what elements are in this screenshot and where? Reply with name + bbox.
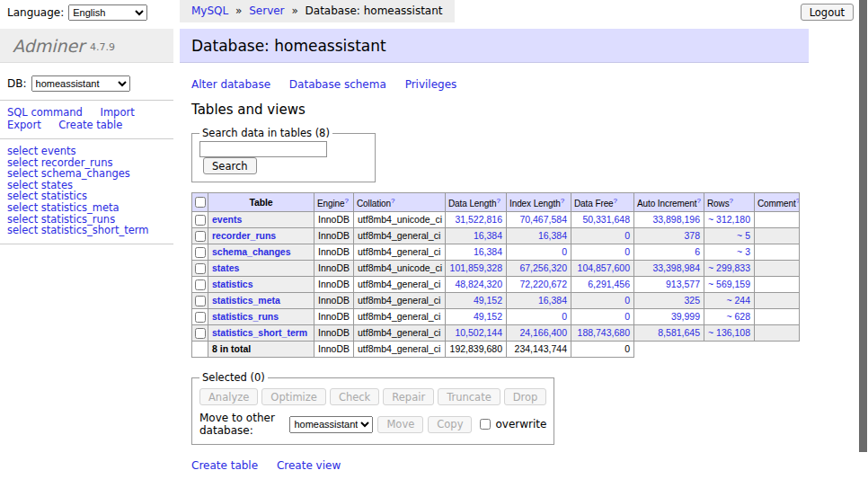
data-length-cell-link[interactable]: 16,384 xyxy=(474,246,502,257)
row-checkbox[interactable] xyxy=(195,312,206,323)
table-name-link[interactable]: events xyxy=(212,214,242,225)
rows-cell-link[interactable]: ~ 628 xyxy=(726,311,750,322)
optimize-button[interactable]: Optimize xyxy=(261,388,326,405)
data-free-cell-link[interactable]: 0 xyxy=(624,295,630,306)
data-free-cell-link[interactable]: 50,331,648 xyxy=(582,214,630,225)
import-link[interactable]: Import xyxy=(100,106,134,119)
table-name-link[interactable]: statistics xyxy=(212,279,253,289)
rows-cell-link[interactable]: ~ 244 xyxy=(726,295,750,306)
row-checkbox[interactable] xyxy=(195,328,206,339)
auto-increment-cell-link[interactable]: 913,577 xyxy=(666,279,700,289)
rows-cell-link[interactable]: ~ 312,180 xyxy=(708,214,750,225)
data-free-cell-link[interactable]: 0 xyxy=(624,230,630,241)
auto-increment-cell-link[interactable]: 6 xyxy=(695,246,700,257)
data-length-cell-link[interactable]: 49,152 xyxy=(474,295,502,306)
app-logo-link[interactable]: Adminer xyxy=(13,36,84,56)
data-length-cell-link[interactable]: 16,384 xyxy=(474,230,502,241)
row-checkbox-cell xyxy=(192,228,208,244)
truncate-button[interactable]: Truncate xyxy=(438,388,500,405)
create-table-link-bottom[interactable]: Create table xyxy=(191,459,258,472)
move-button[interactable]: Move xyxy=(377,416,423,433)
row-checkbox[interactable] xyxy=(195,296,206,306)
auto-increment-cell-link[interactable]: 33,898,196 xyxy=(652,214,700,225)
db-select[interactable]: homeassistant xyxy=(31,75,130,92)
row-checkbox[interactable] xyxy=(195,231,206,242)
doc-help-link[interactable]: ? xyxy=(730,197,733,205)
doc-help-link[interactable]: ? xyxy=(561,197,564,205)
table-name-link[interactable]: statistics_meta xyxy=(212,295,280,306)
table-name-link[interactable]: states xyxy=(212,262,239,273)
breadcrumb-mysql-link[interactable]: MySQL xyxy=(191,4,228,17)
doc-help-link[interactable]: ? xyxy=(796,197,800,205)
index-length-cell-link[interactable]: 72,220,672 xyxy=(519,279,567,289)
data-length-cell-link[interactable]: 31,522,816 xyxy=(455,214,502,225)
search-button[interactable]: Search xyxy=(203,157,257,174)
rows-cell-link[interactable]: ~ 569,159 xyxy=(708,279,750,289)
logout-button[interactable]: Logout xyxy=(801,4,854,21)
row-checkbox[interactable] xyxy=(195,263,206,274)
doc-help-link[interactable]: ? xyxy=(391,197,394,205)
doc-help-link[interactable]: ? xyxy=(614,197,617,205)
doc-help-link[interactable]: ? xyxy=(345,197,349,205)
data-free-cell-link[interactable]: 104,857,600 xyxy=(578,262,630,273)
index-length-cell-link[interactable]: 24,166,400 xyxy=(519,327,567,338)
sidebar-table-link[interactable]: select statistics_short_term xyxy=(7,225,148,236)
rows-cell-link[interactable]: ~ 5 xyxy=(737,230,750,241)
move-db-select[interactable]: homeassistant xyxy=(289,416,373,433)
row-checkbox[interactable] xyxy=(195,279,206,290)
create-table-link[interactable]: Create table xyxy=(58,119,122,131)
table-name-link[interactable]: schema_changes xyxy=(212,246,291,257)
data-length-cell-link[interactable]: 48,824,320 xyxy=(455,279,502,289)
doc-help-link[interactable]: ? xyxy=(496,197,500,205)
sidebar-table-link[interactable]: select schema_changes xyxy=(7,168,130,180)
doc-help-link[interactable]: ? xyxy=(696,197,700,205)
data-length-cell-link[interactable]: 101,859,328 xyxy=(450,262,502,273)
index-length-cell-link[interactable]: 70,467,584 xyxy=(519,214,567,225)
row-checkbox[interactable] xyxy=(195,247,206,258)
table-name-link[interactable]: recorder_runs xyxy=(212,230,276,241)
table-name-link[interactable]: statistics_short_term xyxy=(212,327,307,338)
sql-command-link[interactable]: SQL command xyxy=(7,106,83,119)
data-length-cell-link[interactable]: 10,502,144 xyxy=(455,327,502,338)
index-length-cell-link[interactable]: 67,256,320 xyxy=(519,262,567,273)
overwrite-checkbox[interactable] xyxy=(480,419,491,430)
check-button[interactable]: Check xyxy=(330,388,379,405)
create-view-link[interactable]: Create view xyxy=(277,459,341,472)
sidebar-table-link[interactable]: select statistics_meta xyxy=(7,202,120,214)
index-length-cell-link[interactable]: 16,384 xyxy=(538,295,567,306)
alter-database-link[interactable]: Alter database xyxy=(191,78,270,91)
search-input[interactable] xyxy=(199,141,327,157)
select-all-checkbox[interactable] xyxy=(195,197,206,208)
index-length-cell-link[interactable]: 0 xyxy=(562,246,567,257)
export-link[interactable]: Export xyxy=(7,119,41,131)
data-free-cell-link[interactable]: 6,291,456 xyxy=(588,279,630,289)
data-free-cell-link[interactable]: 0 xyxy=(624,246,630,257)
data-free-cell: 0 xyxy=(571,244,634,261)
index-length-cell-link[interactable]: 0 xyxy=(562,311,567,322)
copy-button[interactable]: Copy xyxy=(428,416,472,433)
data-free-cell-link[interactable]: 188,743,680 xyxy=(578,327,630,338)
index-length-cell-link[interactable]: 16,384 xyxy=(538,230,567,241)
auto-increment-cell-link[interactable]: 8,581,645 xyxy=(658,327,700,338)
language-select[interactable]: English xyxy=(68,4,147,21)
rows-cell-link[interactable]: ~ 136,108 xyxy=(708,327,750,338)
database-schema-link[interactable]: Database schema xyxy=(289,78,386,91)
drop-button[interactable]: Drop xyxy=(504,388,547,405)
index-length-cell: 0 xyxy=(507,244,571,261)
sidebar-table-link[interactable]: select events xyxy=(7,146,76,157)
rows-cell-link[interactable]: ~ 299,833 xyxy=(708,262,750,273)
scrollbar-thumb[interactable] xyxy=(859,0,867,452)
auto-increment-cell-link[interactable]: 33,398,984 xyxy=(652,262,700,273)
auto-increment-cell-link[interactable]: 378 xyxy=(684,230,700,241)
auto-increment-cell-link[interactable]: 39,999 xyxy=(671,311,700,322)
data-free-cell-link[interactable]: 0 xyxy=(624,311,630,322)
repair-button[interactable]: Repair xyxy=(383,388,434,405)
table-name-link[interactable]: statistics_runs xyxy=(212,311,279,322)
data-length-cell-link[interactable]: 49,152 xyxy=(474,311,502,322)
row-checkbox[interactable] xyxy=(195,215,206,226)
auto-increment-cell-link[interactable]: 325 xyxy=(684,295,700,306)
analyze-button[interactable]: Analyze xyxy=(199,388,258,405)
breadcrumb-server-link[interactable]: Server xyxy=(249,4,284,17)
privileges-link[interactable]: Privileges xyxy=(405,78,457,91)
rows-cell-link[interactable]: ~ 3 xyxy=(737,246,750,257)
